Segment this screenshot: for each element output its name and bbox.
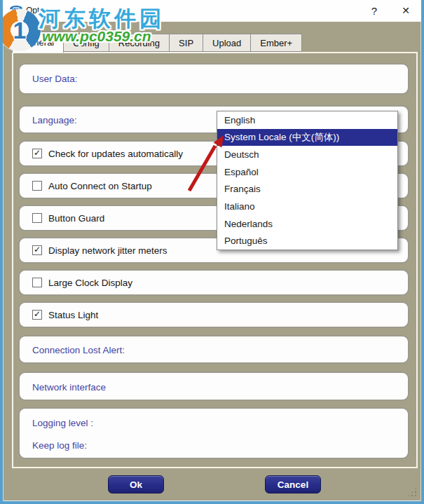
status-light-checkbox[interactable]: ✓ — [32, 310, 42, 320]
tab-sip[interactable]: SIP — [170, 34, 203, 52]
user-data-label: User Data: — [32, 74, 78, 84]
jitter-meters-checkbox[interactable]: ✓ — [32, 245, 42, 255]
language-option-espanol[interactable]: Español — [217, 163, 397, 181]
auto-connect-label: Auto Connect on Startup — [48, 181, 152, 191]
watermark-logo-digit: 1 — [0, 9, 41, 51]
close-button[interactable]: ✕ — [390, 0, 421, 22]
button-guard-label: Button Guard — [48, 213, 104, 224]
status-light-row[interactable]: ✓ Status Light — [18, 301, 409, 328]
language-option-english[interactable]: English — [217, 111, 397, 129]
button-guard-checkbox[interactable] — [32, 213, 42, 223]
checkmark-icon: ✓ — [34, 245, 41, 254]
connection-lost-label: Connection Lost Alert: — [32, 345, 125, 355]
logging-row: Logging level : Keep log file: — [18, 407, 409, 459]
logging-level-label: Logging level : — [32, 418, 93, 428]
auto-connect-checkbox[interactable] — [32, 181, 42, 191]
large-clock-row[interactable]: Large Clock Display — [18, 269, 409, 296]
checkmark-icon: ✓ — [34, 309, 41, 319]
ok-button[interactable]: Ok — [108, 475, 164, 493]
language-label: Language: — [32, 115, 77, 125]
watermark-site-url: www.pc0359.cn — [42, 28, 151, 45]
tab-upload[interactable]: Upload — [203, 34, 251, 52]
connection-lost-row: Connection Lost Alert: — [18, 335, 409, 364]
large-clock-checkbox[interactable] — [32, 278, 42, 287]
user-data-row: User Data: — [18, 63, 409, 95]
watermark-logo: 1 — [0, 9, 41, 51]
jitter-meters-label: Display network jitter meters — [48, 245, 167, 256]
network-interface-row: Network interface — [18, 372, 409, 401]
language-option-francais[interactable]: Français — [217, 181, 397, 198]
tab-ember[interactable]: Ember+ — [251, 34, 302, 52]
large-clock-label: Large Clock Display — [48, 278, 132, 288]
keep-log-label: Keep log file: — [32, 440, 87, 451]
options-window: ☎ Options ? ✕ General Config Recording S… — [0, 0, 424, 504]
check-updates-checkbox[interactable]: ✓ — [32, 149, 42, 158]
cancel-button[interactable]: Cancel — [265, 475, 321, 493]
checkmark-icon: ✓ — [34, 148, 41, 158]
check-updates-label: Check for updates automatically — [48, 149, 183, 159]
language-option-nederlands[interactable]: Nederlands — [217, 215, 397, 233]
help-button[interactable]: ? — [359, 0, 390, 22]
resize-grip[interactable] — [407, 487, 417, 497]
status-light-label: Status Light — [48, 310, 98, 320]
language-option-system-locale[interactable]: System Locale (中文(简体)) — [217, 129, 397, 147]
language-option-deutsch[interactable]: Deutsch — [217, 146, 397, 163]
language-dropdown-list: English System Locale (中文(简体)) Deutsch E… — [217, 111, 398, 250]
language-option-portugues[interactable]: Português — [217, 232, 397, 250]
language-option-italiano[interactable]: Italiano — [217, 198, 397, 215]
network-interface-label: Network interface — [32, 382, 106, 393]
